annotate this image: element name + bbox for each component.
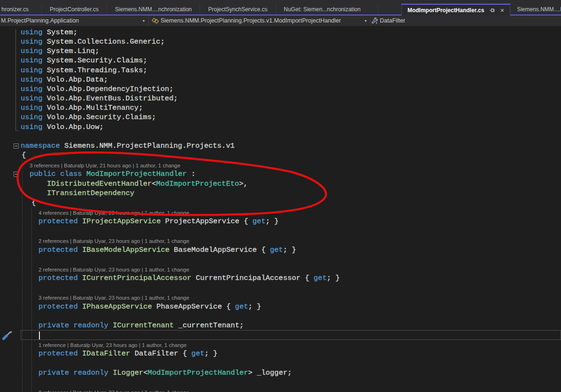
code-token: ; } [283, 246, 296, 254]
code-token: Volo.Abp.DependencyInjection; [43, 85, 174, 93]
code-line[interactable]: protected IBaseModelAppService BaseModel… [0, 245, 561, 255]
codelens-line[interactable]: 3 references | Baturalp Uyar, 21 hours a… [0, 160, 561, 169]
code-token: using [21, 66, 43, 75]
code-line[interactable] [0, 358, 561, 368]
editor-tab[interactable]: ProjectController.cs [42, 4, 107, 15]
code-token: IDistributedEventHandler [47, 180, 152, 188]
code-line[interactable]: using Volo.Abp.MultiTenancy; [0, 103, 561, 113]
code-token: IProjectAppService [82, 217, 161, 226]
code-token: ModImportProjectHandler [86, 170, 187, 178]
code-token: ; } [248, 302, 261, 311]
code-line[interactable]: protected IProjectAppService ProjectAppS… [0, 217, 561, 226]
code-token: < [143, 369, 147, 377]
code-token: Volo.Abp.MultiTenancy; [43, 104, 143, 112]
pin-icon[interactable] [489, 8, 495, 13]
code-token: protected [38, 246, 78, 254]
tab-label: Siemens.NMM....Planning. [517, 6, 561, 13]
code-line[interactable]: private readonly ICurrentTenant _current… [0, 321, 561, 330]
code-line[interactable] [0, 283, 561, 292]
code-token: using [21, 113, 43, 121]
code-token: System.Linq; [43, 47, 100, 55]
code-line[interactable]: ITransientDependency [0, 188, 561, 198]
code-lines: using System;using System.Collections.Ge… [0, 26, 561, 392]
code-line[interactable]: IDistributedEventHandler<ModImportProjec… [0, 179, 561, 188]
codelens-line[interactable]: 3 references | Baturalp Uyar, 23 hours a… [0, 292, 561, 302]
codelens-line[interactable]: 1 reference | Baturalp Uyar, 23 hours ag… [0, 339, 561, 349]
codelens-line[interactable]: 4 references | Baturalp Uyar, 23 hours a… [0, 207, 561, 217]
code-line[interactable]: using Volo.Abp.Security.Claims; [0, 113, 561, 122]
code-line[interactable]: { [0, 151, 561, 160]
tab-strip: hronizer.csProjectController.csSiemens.N… [0, 4, 561, 15]
code-line[interactable]: protected ICurrentPrincipalAccessor Curr… [0, 273, 561, 283]
code-line[interactable] [0, 255, 561, 264]
project-dropdown[interactable]: M.ProjectPlanning.Application ▾ [0, 15, 148, 26]
tab-label: Siemens.NMM....nchronization [115, 6, 192, 13]
collapse-minus-icon[interactable] [14, 172, 19, 177]
code-token [78, 217, 82, 226]
editor-tab[interactable]: NuGet: Siemen...nchronization [276, 4, 378, 15]
code-token: { [31, 198, 36, 207]
code-token [78, 246, 82, 254]
code-token: ITransientDependency [47, 189, 134, 197]
code-line[interactable]: namespace Siemens.NMM.ProjectPlanning.Pr… [0, 141, 561, 151]
code-token: readonly [73, 369, 108, 377]
code-line[interactable]: using System.Collections.Generic; [0, 37, 561, 46]
code-editor[interactable]: using System;using System.Collections.Ge… [0, 26, 561, 392]
member-dropdown[interactable]: DataFilter [371, 15, 405, 26]
code-token: using [21, 104, 43, 112]
code-line[interactable]: using System.Linq; [0, 46, 561, 56]
wrench-icon [371, 17, 378, 24]
codelens-line[interactable]: 0 references | Baturalp Uyar, 23 hours a… [0, 387, 561, 392]
code-token: Volo.Abp.Data; [43, 75, 108, 84]
code-line[interactable] [0, 330, 561, 339]
vs-editor-window: hronizer.csProjectController.csSiemens.N… [0, 0, 561, 392]
code-token: using [21, 85, 43, 93]
editor-tab[interactable]: ProjectSynchService.cs [200, 4, 276, 15]
code-token: Volo.Abp.Uow; [43, 123, 104, 131]
code-token: get [253, 217, 266, 226]
tab-label: ModImportProjectHandler.cs [407, 7, 484, 14]
codelens-line[interactable]: 2 references | Baturalp Uyar, 23 hours a… [0, 264, 561, 273]
editor-tab[interactable]: Siemens.NMM....nchronization [107, 4, 200, 15]
tab-label: ProjectSynchService.cs [208, 6, 267, 13]
code-token: using [21, 47, 43, 55]
code-token: System; [43, 28, 77, 37]
code-token: Siemens.NMM.ProjectPlanning.Projects.v1 [60, 142, 235, 150]
code-line[interactable]: using System.Threading.Tasks; [0, 66, 561, 75]
editor-tab[interactable]: Siemens.NMM....Planning. [510, 4, 561, 15]
code-token: namespace [21, 142, 60, 150]
code-token: protected [38, 302, 78, 311]
code-line[interactable]: using System; [0, 28, 561, 37]
tab-label: ProjectController.cs [50, 6, 99, 13]
code-token [78, 274, 82, 282]
editor-tab[interactable]: hronizer.cs [0, 4, 42, 15]
tab-bar: hronizer.csProjectController.csSiemens.N… [0, 0, 561, 15]
codelens-line[interactable]: 2 references | Baturalp Uyar, 23 hours a… [0, 235, 561, 245]
collapse-minus-icon[interactable] [14, 143, 19, 149]
code-line[interactable]: public class ModImportProjectHandler : [0, 169, 561, 179]
code-token [108, 369, 113, 377]
code-line[interactable]: using Volo.Abp.Uow; [0, 122, 561, 132]
code-line[interactable]: using Volo.Abp.Data; [0, 75, 561, 84]
code-line[interactable]: using Volo.Abp.DependencyInjection; [0, 84, 561, 94]
code-token: private [38, 321, 69, 330]
editor-tab-active[interactable]: ModImportProjectHandler.cs✕ [401, 4, 510, 15]
code-line[interactable] [0, 377, 561, 387]
code-token: System.Collections.Generic; [43, 38, 165, 46]
code-line[interactable]: using System.Security.Claims; [0, 56, 561, 65]
code-line[interactable]: { [0, 198, 561, 207]
code-line[interactable]: protected IDataFilter DataFilter { get; … [0, 349, 561, 358]
code-line[interactable]: using Volo.Abp.EventBus.Distributed; [0, 94, 561, 103]
type-dropdown[interactable]: Siemens.NMM.ProjectPlanning.Projects.v1.… [149, 15, 370, 26]
code-line[interactable] [0, 226, 561, 235]
code-token: using [21, 56, 43, 65]
code-token: IPhaseAppService [82, 302, 152, 311]
code-token [82, 170, 86, 178]
code-line[interactable]: protected IPhaseAppService PhaseAppServi… [0, 302, 561, 311]
close-icon[interactable]: ✕ [500, 8, 504, 13]
code-line[interactable] [0, 132, 561, 141]
code-line[interactable]: private readonly ILogger<ModImportProjec… [0, 368, 561, 377]
code-token: { [22, 151, 26, 159]
code-token: protected [38, 349, 78, 358]
code-line[interactable] [0, 311, 561, 321]
